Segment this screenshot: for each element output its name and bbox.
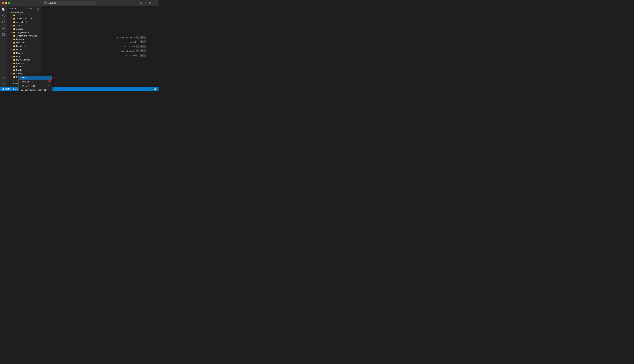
- folder-icon: 📁: [13, 38, 16, 40]
- folder-icon: 📁: [13, 14, 16, 16]
- activity-account[interactable]: [0, 74, 6, 80]
- activity-source-control[interactable]: [0, 19, 6, 25]
- search-bar[interactable]: 🔍 liuguanglei: [43, 1, 96, 5]
- root-folder[interactable]: ▼ LIUGUANGLEI: [7, 11, 41, 14]
- item-label: Desktop: [16, 38, 24, 40]
- kbd-cmd: ⌘: [140, 36, 143, 39]
- tree-item-vscode[interactable]: › 📁 .vscode: [7, 27, 41, 30]
- menu-item-new-file[interactable]: New File...: [18, 76, 52, 80]
- item-label: Movies: [16, 52, 22, 54]
- warning-icon: ⚠: [16, 88, 18, 90]
- search-text: liuguanglei: [48, 2, 57, 4]
- new-folder-button[interactable]: ⊕: [30, 7, 32, 10]
- menu-label: Open in Integrated Terminal: [21, 89, 46, 91]
- shortcut-label: Find in Files: [124, 45, 135, 48]
- tree-item-trash[interactable]: › 📁 .Trash: [7, 24, 41, 27]
- shortcut-label: Show Settings: [126, 54, 138, 56]
- folder-icon: 📁: [13, 72, 16, 75]
- item-label: .oracle_jre_usage: [16, 18, 32, 20]
- sidebar-toggle-button[interactable]: ▣: [139, 1, 142, 5]
- kbd-ctrl: ^: [136, 50, 139, 52]
- shortcut-keys: ⌘ P: [140, 40, 146, 43]
- tree-item-movies[interactable]: › 📁 Movies: [7, 51, 41, 54]
- new-file-button[interactable]: +: [26, 7, 29, 10]
- split-button[interactable]: ⊠: [148, 1, 152, 5]
- status-branch[interactable]: ⎇ master: [1, 88, 11, 90]
- shortcuts-panel: Show All Commands ⌃ ⌘ P Go to File ⌘ P F…: [116, 36, 146, 57]
- kbd-p: P: [143, 40, 146, 43]
- close-button[interactable]: [2, 2, 4, 4]
- tree-item-parallels[interactable]: › 📁 Parallels: [7, 62, 41, 65]
- activity-extensions[interactable]: [0, 32, 6, 38]
- item-label: Pictures: [16, 66, 24, 68]
- tree-item-music[interactable]: › 📁 Music: [7, 54, 41, 58]
- menu-label: New File...: [21, 76, 30, 79]
- tree-item-mywangwang[interactable]: › 📁 My WangWang: [7, 58, 41, 62]
- sidebar: EXPLORER + ⊕ ↻ ⊟ ▼ LIUGUANGLEI › 📁 .conf…: [7, 6, 42, 87]
- folder-icon: 📁: [13, 21, 16, 23]
- shortcut-keys: ⌃ ⌘ F: [136, 45, 146, 48]
- nav-back-button[interactable]: ‹: [12, 1, 16, 5]
- minimize-button[interactable]: [5, 2, 7, 4]
- menu-shortcut: ⌃⌘R: [47, 85, 50, 87]
- activity-settings[interactable]: [0, 80, 6, 86]
- chevron-right-icon: ›: [10, 42, 12, 44]
- more-button[interactable]: ⋮⋮: [153, 1, 157, 5]
- maximize-button[interactable]: [8, 2, 10, 4]
- tree-item-documents[interactable]: › 📁 Documents: [7, 41, 41, 44]
- svg-point-6: [2, 22, 3, 23]
- tree-item-library[interactable]: › 📁 Library: [7, 48, 41, 51]
- titlebar-right: ▣ ⊟ ⊠ ⋮⋮: [139, 1, 157, 5]
- collapse-button[interactable]: ⊟: [36, 7, 40, 10]
- item-label: Parallels: [16, 62, 24, 64]
- tree-item-desktop[interactable]: › 📁 Desktop: [7, 38, 41, 41]
- nav-forward-button[interactable]: ›: [17, 1, 21, 5]
- status-right: 🔔: [153, 88, 157, 90]
- kbd-cmd: ⌘: [140, 54, 143, 57]
- kbd-cmd: ⌘: [140, 40, 143, 43]
- shortcut-keys: ^ ⌘ F: [136, 50, 146, 52]
- sidebar-title: EXPLORER: [9, 8, 19, 10]
- svg-rect-11: [2, 34, 4, 36]
- tree-item-sunlogin[interactable]: › 📁 Sunlogin: [7, 72, 41, 75]
- menu-item-open-terminal[interactable]: Open in Integrated Terminal: [18, 88, 52, 91]
- chevron-right-icon: ›: [10, 66, 12, 68]
- activity-explorer[interactable]: [0, 6, 6, 12]
- item-label: Sunlogin: [16, 72, 24, 75]
- shortcut-label: Go to File: [130, 41, 138, 43]
- branch-name: master: [5, 88, 10, 90]
- tree-item-oracle[interactable]: › 📁 .oracle_jre_usage: [7, 17, 41, 20]
- error-count: 0: [15, 88, 16, 90]
- activity-search[interactable]: [0, 13, 6, 19]
- menu-label: New Folder...: [21, 81, 33, 83]
- item-label: .config: [16, 14, 22, 16]
- activity-debug[interactable]: [0, 25, 6, 31]
- svg-marker-8: [3, 28, 4, 29]
- tree-item-config[interactable]: › 📁 .config: [7, 14, 41, 17]
- folder-icon: 📁: [13, 28, 16, 30]
- tree-item-sogou[interactable]: › 📁 .sogouinput: [7, 20, 41, 24]
- refresh-button[interactable]: ↻: [33, 7, 36, 10]
- nav-buttons: ‹ ›: [12, 1, 21, 5]
- item-label: .zsh_sessions: [16, 31, 29, 34]
- tree-item-pictures[interactable]: › 📁 Pictures: [7, 65, 41, 68]
- kbd-cmd: ⌘: [140, 50, 143, 52]
- folder-icon: 📁: [13, 66, 16, 68]
- tree-item-downloads[interactable]: › 📁 Downloads: [7, 44, 41, 48]
- traffic-lights: [2, 2, 10, 4]
- context-menu: New File... New Folder... Reveal in Find…: [18, 75, 52, 91]
- item-label: .Trash: [16, 24, 22, 27]
- menu-item-new-folder[interactable]: New Folder...: [18, 80, 52, 84]
- menu-item-reveal-finder[interactable]: Reveal in Finder ⌃⌘R: [18, 84, 52, 88]
- svg-point-4: [2, 21, 3, 22]
- file-icon: ≡: [13, 79, 14, 82]
- tree-item-applications[interactable]: › 📁 Applications (Parallels): [7, 34, 41, 38]
- folder-icon: 📁: [13, 45, 16, 47]
- layout-button[interactable]: ⊟: [144, 1, 147, 5]
- status-bell[interactable]: 🔔: [153, 88, 157, 90]
- tree-item-zsh-sessions[interactable]: › 📁 .zsh_sessions: [7, 30, 41, 34]
- folder-icon: 📁: [13, 18, 16, 20]
- tree-item-public[interactable]: › 📁 Public: [7, 68, 41, 72]
- bell-icon: 🔔: [154, 88, 157, 90]
- chevron-right-icon: ›: [10, 55, 12, 58]
